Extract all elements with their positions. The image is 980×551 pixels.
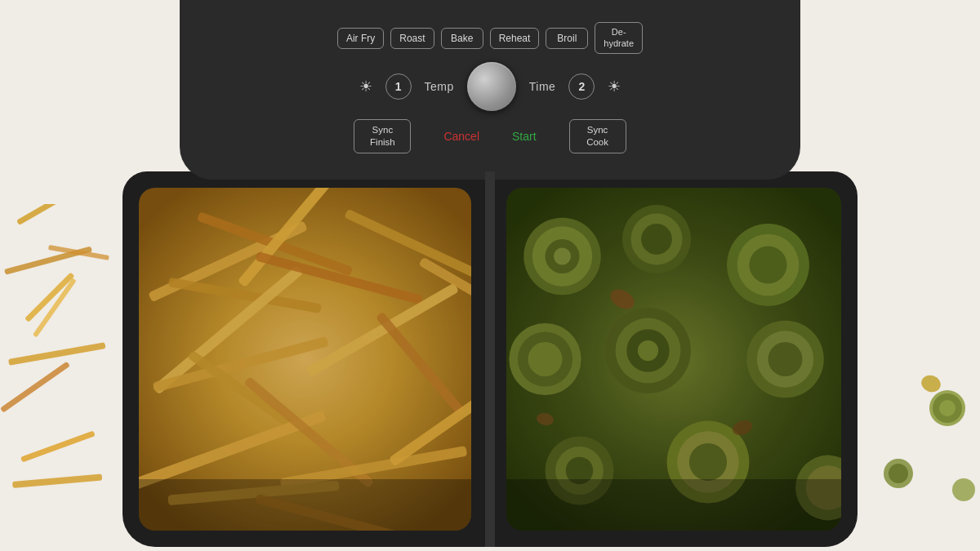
broil-button[interactable]: Broil: [546, 28, 588, 49]
basket-divider: [485, 171, 495, 547]
light-icon-left[interactable]: ☀: [359, 78, 372, 96]
light-icon-right[interactable]: ☀: [608, 78, 621, 96]
start-button[interactable]: Start: [512, 130, 537, 143]
zone2-indicator: 2: [568, 73, 595, 100]
brussels-visual: [506, 188, 841, 531]
zone1-indicator: 1: [385, 73, 412, 100]
scattered-fries-left: [0, 204, 127, 514]
temp-label: Temp: [425, 80, 454, 93]
svg-rect-0: [16, 204, 82, 225]
svg-rect-36: [139, 479, 471, 531]
sync-finish-button[interactable]: SyncFinish: [354, 119, 411, 153]
basket-left: [122, 171, 490, 547]
sync-cook-button[interactable]: SyncCook: [569, 119, 626, 153]
roast-button[interactable]: Roast: [390, 28, 434, 49]
basket-left-inner: [139, 188, 471, 531]
fries-visual: [139, 188, 471, 531]
air-fry-button[interactable]: Air Fry: [337, 28, 384, 49]
svg-rect-3: [8, 342, 106, 366]
basket-right-inner: [506, 188, 841, 531]
cancel-button[interactable]: Cancel: [443, 130, 479, 143]
mode-buttons-row: Air Fry Roast Bake Reheat Broil De-hydra…: [337, 22, 643, 53]
svg-rect-4: [0, 362, 70, 413]
action-buttons-row: SyncFinish Cancel Start SyncCook: [204, 119, 776, 153]
control-knob[interactable]: [467, 62, 516, 111]
svg-rect-70: [506, 479, 841, 531]
controls-row: ☀ 1 Temp Time 2 ☀: [204, 62, 776, 111]
scattered-brussels-right: [874, 343, 980, 522]
basket-right: [490, 171, 858, 547]
reheat-button[interactable]: Reheat: [490, 28, 540, 49]
time-label: Time: [529, 80, 556, 93]
svg-point-15: [919, 372, 942, 394]
svg-point-14: [952, 478, 975, 501]
svg-point-13: [889, 464, 908, 483]
control-panel: Air Fry Roast Bake Reheat Broil De-hydra…: [180, 0, 800, 180]
dehydrate-button[interactable]: De-hydrate: [595, 22, 643, 53]
svg-rect-8: [12, 473, 102, 488]
svg-point-11: [939, 400, 956, 416]
svg-rect-5: [20, 431, 96, 463]
bake-button[interactable]: Bake: [441, 28, 483, 49]
